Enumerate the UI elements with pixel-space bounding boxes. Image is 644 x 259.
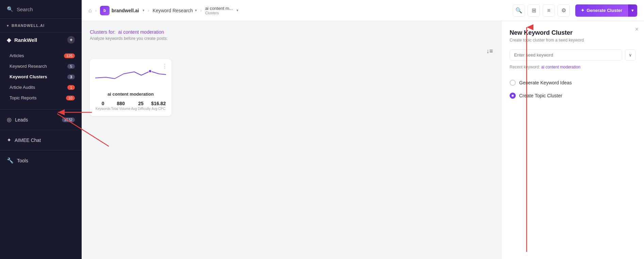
ai-content-sub: Clusters [205, 11, 233, 15]
aimee-icon: ✦ [7, 137, 11, 143]
recent-label: Recent keyword: [510, 65, 540, 69]
sidebar-item-keyword-research[interactable]: Keyword Research 5 [0, 61, 82, 71]
sidebar: 🔍 Search ▾ BRANDWELL.AI ◈ RankWell + Art… [0, 0, 82, 259]
clusters-header: Clusters for: ai content moderation Anal… [90, 29, 493, 41]
sidebar-search-label: Search [17, 6, 33, 12]
ai-dropdown-icon[interactable]: ▾ [236, 8, 238, 13]
sidebar-divider-3 [0, 150, 82, 150]
sidebar-search[interactable]: 🔍 Search [0, 0, 82, 19]
keyword-research-badge: 5 [67, 64, 75, 69]
option-create-topic-cluster[interactable]: Create Topic Cluster [510, 89, 636, 102]
leads-label: Leads [15, 117, 28, 123]
articles-badge: 125 [64, 53, 75, 58]
ai-content-main: ai content m... [205, 6, 233, 11]
generate-cluster-button[interactable]: ✦ Generate Cluster [575, 4, 628, 17]
card-title: ai content moderation [95, 92, 166, 97]
clusters-keyword-link[interactable]: ai content moderation [118, 29, 164, 35]
option1-label: Generate Keyword Ideas [519, 80, 572, 85]
stat-keywords: 0 Keywords [96, 101, 111, 111]
sidebar-item-topic-reports[interactable]: Topic Reports 10 [0, 93, 82, 103]
leads-icon: ◎ [7, 116, 12, 123]
topbar-brand[interactable]: b brandwell.ai [100, 6, 139, 15]
sidebar-item-articles[interactable]: Articles 125 [0, 50, 82, 61]
keyword-clusters-badge: 3 [67, 75, 75, 79]
stat-cpc: $16.82 Avg CPC [151, 101, 166, 111]
keyword-clusters-label: Keyword Clusters [10, 74, 47, 79]
aimee-label: AIMEE Chat [15, 137, 41, 143]
sparkline-svg [95, 64, 166, 85]
clusters-toolbar: ↓≡ [90, 48, 493, 55]
panel-close-button[interactable]: × [635, 26, 639, 33]
brand-dropdown-icon[interactable]: ▾ [143, 8, 145, 13]
rankwell-label: RankWell [14, 37, 37, 43]
sidebar-divider-2 [0, 130, 82, 130]
topic-reports-label: Topic Reports [10, 95, 36, 100]
recent-keyword-link[interactable]: ai content moderation [541, 65, 580, 69]
radio-circle-option2[interactable] [510, 93, 516, 99]
difficulty-label: Avg Difficulty [131, 107, 150, 111]
breadcrumb-chevron-1: › [95, 8, 97, 13]
main-area: ⌂ › b brandwell.ai ▾ › Keyword Research … [82, 0, 644, 259]
difficulty-value: 25 [138, 101, 144, 106]
generate-star-icon: ✦ [581, 8, 584, 13]
clusters-for-text: Clusters for: [90, 29, 115, 35]
keywords-label: Keywords [96, 107, 111, 111]
cluster-main: Clusters for: ai content moderation Anal… [82, 21, 501, 259]
panel-title: New Keyword Cluster [510, 29, 636, 36]
volume-value: 880 [117, 101, 125, 106]
sidebar-item-tools[interactable]: 🔧 Tools [0, 153, 82, 168]
home-icon[interactable]: ⌂ [88, 7, 92, 14]
grid-view-button[interactable]: ⊞ [528, 4, 540, 17]
brand-logo-icon: b [100, 6, 110, 15]
stat-difficulty: 25 Avg Difficulty [131, 101, 150, 111]
settings-button[interactable]: ⚙ [558, 4, 570, 17]
article-audits-badge: 1 [67, 85, 75, 90]
seed-input-row: ∨ [510, 49, 636, 61]
topic-reports-badge: 10 [66, 96, 75, 100]
sidebar-item-aimee[interactable]: ✦ AIMEE Chat [0, 133, 82, 147]
topbar-keyword-research[interactable]: Keyword Research ▾ [153, 8, 197, 13]
topbar-ai-content[interactable]: ai content m... Clusters [205, 6, 233, 15]
article-audits-label: Article Audits [10, 85, 35, 90]
sidebar-nav: Articles 125 Keyword Research 5 Keyword … [0, 47, 82, 107]
keyword-research-label: Keyword Research [10, 64, 47, 69]
sort-button[interactable]: ↓≡ [486, 48, 493, 55]
breadcrumb-chevron-2: › [148, 8, 149, 13]
generate-cluster-dropdown-button[interactable]: ▾ [628, 4, 637, 17]
keyword-research-breadcrumb: Keyword Research [153, 8, 193, 13]
right-panel: × New Keyword Cluster Create topic clust… [501, 21, 644, 259]
card-chart [95, 64, 166, 88]
recent-keyword-row: Recent keyword: ai content moderation [510, 65, 636, 69]
keyword-dropdown-icon[interactable]: ▾ [195, 8, 197, 13]
list-view-button[interactable]: ≡ [543, 4, 555, 17]
stat-volume: 880 Total Volume [111, 101, 130, 111]
sidebar-item-leads[interactable]: ◎ Leads 3532 [0, 112, 82, 127]
option-generate-keyword-ideas[interactable]: Generate Keyword Ideas [510, 76, 636, 89]
sidebar-item-keyword-clusters[interactable]: Keyword Clusters 3 [0, 71, 82, 82]
card-stats: 0 Keywords 880 Total Volume 25 Avg Diffi… [95, 101, 166, 111]
rankwell-icon: ◈ [7, 37, 11, 43]
radio-circle-option1[interactable] [510, 80, 516, 86]
cluster-card[interactable]: ⋮ ai content moderation 0 Keywo [90, 59, 171, 116]
keywords-value: 0 [102, 101, 104, 106]
brand-name-label: brandwell.ai [112, 8, 139, 13]
option2-label: Create Topic Cluster [519, 93, 562, 98]
seed-keyword-input[interactable] [510, 49, 622, 61]
card-menu-icon[interactable]: ⋮ [162, 63, 167, 69]
volume-label: Total Volume [111, 107, 130, 111]
generate-cluster-group: ✦ Generate Cluster ▾ [575, 4, 637, 17]
rankwell-header[interactable]: ◈ RankWell + [0, 33, 82, 47]
cluster-cards: ⋮ ai content moderation 0 Keywo [90, 59, 493, 116]
search-icon: 🔍 [7, 6, 13, 12]
brand-chevron-icon: ▾ [7, 24, 9, 28]
brand-label: BRANDWELL.AI [12, 23, 45, 28]
tools-label: Tools [17, 158, 28, 163]
search-button[interactable]: 🔍 [513, 4, 525, 17]
sidebar-divider-1 [0, 109, 82, 110]
sidebar-brand[interactable]: ▾ BRANDWELL.AI [0, 19, 82, 33]
sidebar-item-article-audits[interactable]: Article Audits 1 [0, 82, 82, 93]
rankwell-plus-button[interactable]: + [67, 36, 75, 44]
seed-dropdown-button[interactable]: ∨ [625, 49, 636, 61]
clusters-for-row: Clusters for: ai content moderation [90, 29, 493, 35]
generate-cluster-label: Generate Cluster [587, 8, 622, 13]
